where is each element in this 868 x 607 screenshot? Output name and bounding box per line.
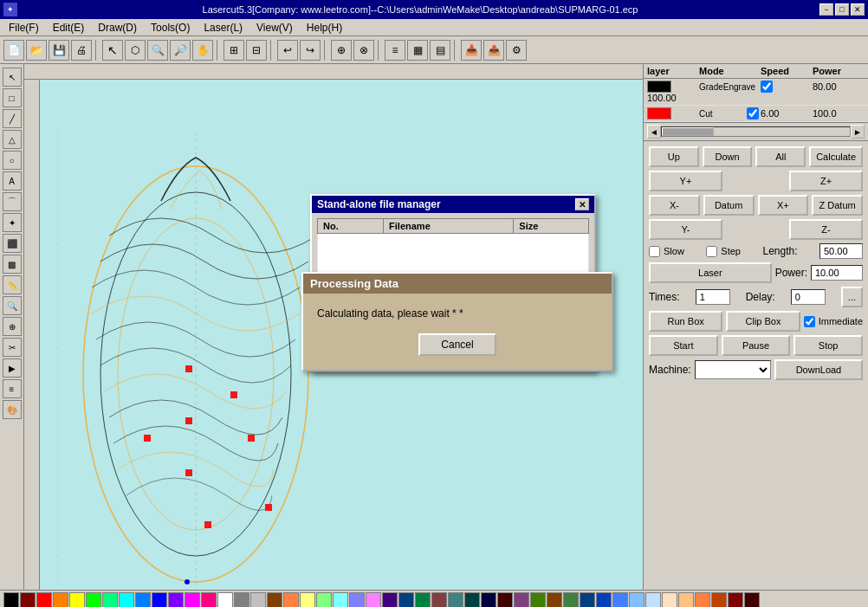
times-input[interactable]	[696, 289, 730, 305]
length-input[interactable]	[819, 243, 863, 259]
undo-button[interactable]: ↩	[277, 40, 298, 61]
color-tomato[interactable]	[695, 592, 710, 608]
simulate-tool[interactable]: ▶	[3, 358, 22, 378]
maximize-button[interactable]: □	[835, 3, 849, 16]
origin-tool[interactable]: ⊕	[3, 317, 22, 336]
color-dark-red[interactable]	[20, 592, 36, 608]
color-sienna[interactable]	[547, 592, 562, 608]
menu-edit[interactable]: Edit(E)	[46, 20, 92, 36]
up-button[interactable]: Up	[649, 146, 699, 167]
stop-button[interactable]: Stop	[794, 335, 863, 356]
color-white[interactable]	[217, 592, 233, 608]
color-dark-green[interactable]	[415, 592, 431, 608]
x-minus-button[interactable]: X-	[649, 195, 700, 216]
power-input[interactable]	[811, 265, 863, 281]
color-green[interactable]	[86, 592, 101, 608]
color-gray[interactable]	[234, 592, 249, 608]
y-plus-button[interactable]: Y+	[649, 171, 722, 191]
color-alice[interactable]	[645, 592, 661, 608]
open-button[interactable]: 📂	[26, 40, 47, 61]
color-royal-blue[interactable]	[596, 592, 612, 608]
color-black[interactable]	[3, 592, 19, 608]
zoom-out-button[interactable]: 🔎	[170, 40, 191, 61]
machine-select[interactable]	[695, 360, 771, 379]
color-steel-blue[interactable]	[580, 592, 595, 608]
color-maroon[interactable]	[431, 592, 447, 608]
hatch-tool[interactable]: ▩	[3, 255, 22, 274]
scroll-thumb[interactable]	[662, 127, 714, 136]
mirror-button[interactable]: ⊗	[353, 40, 374, 61]
transform-button[interactable]: ⊕	[331, 40, 352, 61]
select-button[interactable]: ↖	[102, 40, 123, 61]
datum-button[interactable]: Datum	[703, 195, 755, 216]
color-light-magenta[interactable]	[366, 592, 381, 608]
delay-input[interactable]	[791, 289, 826, 305]
pause-button[interactable]: Pause	[722, 335, 791, 356]
menu-draw[interactable]: Draw(D)	[91, 20, 144, 36]
color-yellow[interactable]	[69, 592, 85, 608]
color-dark-olive[interactable]	[563, 592, 579, 608]
color-light-blue2[interactable]	[349, 592, 365, 608]
calculate-button[interactable]: Calculate	[809, 146, 863, 167]
import-button[interactable]: 📥	[461, 40, 482, 61]
measure-tool[interactable]: 📏	[3, 275, 22, 294]
zoom-tool[interactable]: 🔍	[3, 296, 22, 315]
color-firebrick[interactable]	[711, 592, 727, 608]
color-orange[interactable]	[53, 592, 68, 608]
start-button[interactable]: Start	[649, 335, 718, 356]
step-checkbox[interactable]	[706, 246, 717, 257]
more-button[interactable]: ...	[841, 287, 863, 307]
color-violet[interactable]	[168, 592, 184, 608]
z-minus-button[interactable]: Z-	[789, 219, 863, 240]
color-pink[interactable]	[201, 592, 217, 608]
color-salmon[interactable]	[283, 592, 299, 608]
color-dark-crimson[interactable]	[744, 592, 760, 608]
color-cyan[interactable]	[119, 592, 134, 608]
redo-button[interactable]: ↪	[300, 40, 321, 61]
print-button[interactable]: 🖨	[71, 40, 92, 61]
clip-box-button[interactable]: Clip Box	[726, 311, 800, 332]
menu-file[interactable]: File(F)	[2, 20, 46, 36]
color-navy[interactable]	[481, 592, 496, 608]
cut-tool[interactable]: ✂	[3, 338, 22, 357]
text-tool[interactable]: A	[3, 171, 22, 190]
grid-button[interactable]: ⊞	[223, 40, 244, 61]
line-tool[interactable]: ╱	[3, 109, 22, 128]
poly-tool[interactable]: △	[3, 130, 22, 149]
x-plus-button[interactable]: X+	[758, 195, 809, 216]
color-peach[interactable]	[678, 592, 694, 608]
select-tool[interactable]: ↖	[3, 68, 22, 87]
cancel-button[interactable]: Cancel	[418, 333, 496, 356]
close-button[interactable]: ✕	[851, 3, 865, 16]
menu-laser[interactable]: Laser(L)	[197, 20, 249, 36]
menu-view[interactable]: View(V)	[249, 20, 300, 36]
color-dark-blue[interactable]	[398, 592, 414, 608]
color-brown[interactable]	[267, 592, 282, 608]
save-button[interactable]: 💾	[49, 40, 69, 61]
scroll-right-arrow[interactable]: ►	[851, 125, 865, 139]
down-button[interactable]: Down	[703, 146, 753, 167]
ungroup-button[interactable]: ▤	[430, 40, 450, 61]
layer-check-0[interactable]	[761, 81, 773, 93]
immediate-checkbox[interactable]	[804, 316, 815, 327]
all-button[interactable]: All	[755, 146, 806, 167]
z-datum-button[interactable]: Z Datum	[812, 195, 863, 216]
layer-row-1[interactable]: Cut 6.00 100.0	[644, 106, 868, 122]
color-red[interactable]	[36, 592, 52, 608]
color-dark-maroon[interactable]	[497, 592, 513, 608]
color-light-blue[interactable]	[135, 592, 151, 608]
color-spring-green[interactable]	[102, 592, 118, 608]
group-button[interactable]: ▦	[407, 40, 428, 61]
download-button[interactable]: DownLoad	[774, 359, 863, 380]
circle-tool[interactable]: ○	[3, 151, 22, 170]
layer-row-0[interactable]: GradeEngrave 80.00 100.00	[644, 79, 868, 106]
minimize-button[interactable]: −	[819, 3, 833, 16]
color-map-tool[interactable]: 🎨	[3, 400, 22, 419]
layer-tool[interactable]: ≡	[3, 379, 22, 398]
color-light-yellow[interactable]	[300, 592, 315, 608]
color-light-cyan[interactable]	[333, 592, 348, 608]
export-button[interactable]: 📤	[483, 40, 504, 61]
menu-tools[interactable]: Tools(O)	[144, 20, 197, 36]
slow-checkbox[interactable]	[649, 246, 660, 257]
color-crimson[interactable]	[728, 592, 743, 608]
